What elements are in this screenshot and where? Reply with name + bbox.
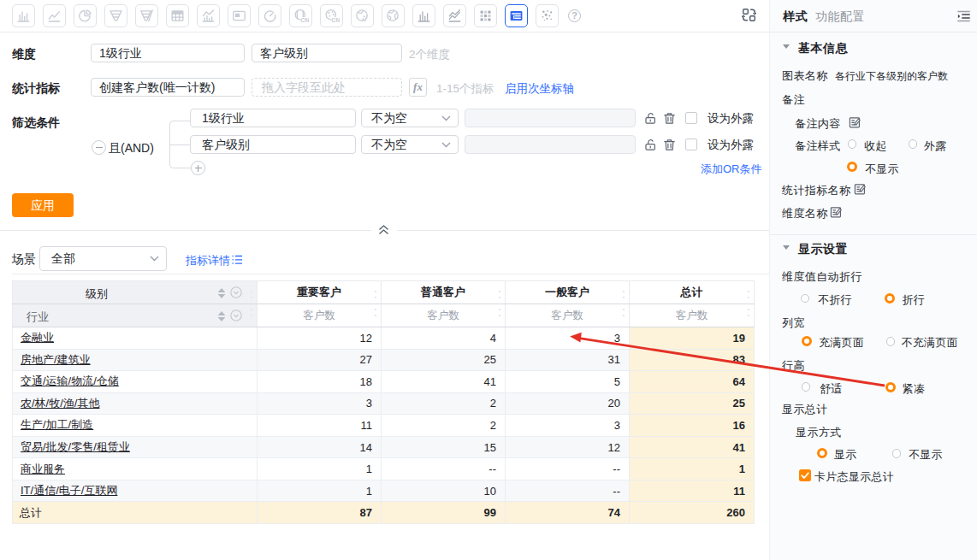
- svg-text:CN: CN: [300, 16, 309, 24]
- svg-text:CN: CN: [331, 16, 340, 24]
